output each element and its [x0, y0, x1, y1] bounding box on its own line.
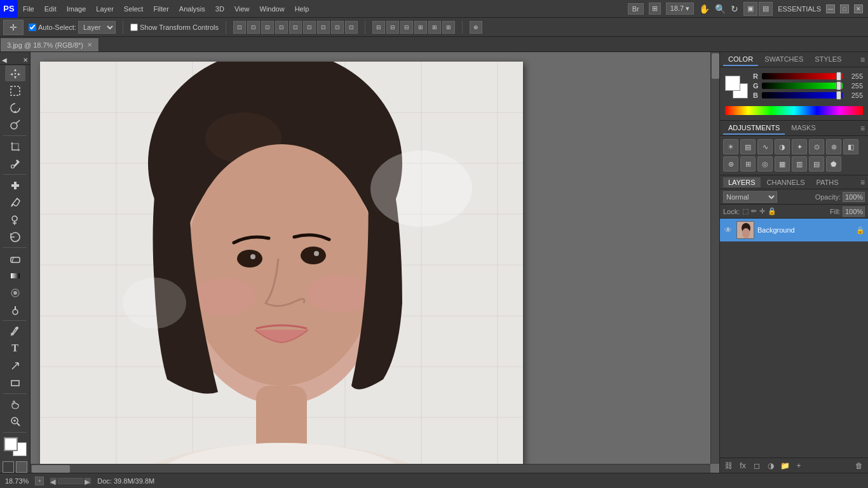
file-tab-1[interactable]: 3.jpg @ 18.7% (RGB/8*) ✕: [0, 37, 99, 51]
crop-tool-btn[interactable]: [5, 139, 25, 154]
dist-mid-icon[interactable]: ⊟: [386, 21, 399, 34]
menu-window[interactable]: Window: [255, 0, 290, 18]
spectrum-bar[interactable]: [725, 106, 863, 115]
dodge-tool-btn[interactable]: [5, 302, 25, 318]
gradient-map-icon[interactable]: ▤: [809, 156, 824, 172]
new-layer-btn[interactable]: +: [793, 460, 804, 471]
adjustments-tab[interactable]: ADJUSTMENTS: [723, 122, 785, 135]
menu-view[interactable]: View: [229, 0, 255, 18]
menu-layer[interactable]: Layer: [91, 0, 119, 18]
blend-mode-select[interactable]: Normal Dissolve Multiply Screen Overlay: [723, 191, 777, 203]
foreground-color-swatch[interactable]: [4, 437, 18, 451]
auto-select-checkbox[interactable]: [29, 24, 36, 31]
layer-item-background[interactable]: 👁 Background 🔒: [720, 219, 868, 241]
close-btn[interactable]: ✕: [854, 4, 863, 13]
zoom-tool-icon[interactable]: 🔍: [715, 4, 726, 14]
canvas-hscrollbar[interactable]: [31, 464, 710, 473]
paths-tab[interactable]: PATHS: [811, 177, 844, 187]
channel-mixer-icon[interactable]: ⊞: [740, 156, 756, 172]
bridge-icon[interactable]: Br: [628, 3, 644, 15]
maximize-btn[interactable]: □: [840, 4, 849, 13]
threshold-icon[interactable]: ▥: [792, 156, 807, 172]
hsl-icon[interactable]: ⊙: [809, 139, 824, 154]
eyedropper-tool-btn[interactable]: [5, 156, 25, 172]
eraser-tool-btn[interactable]: [5, 250, 25, 266]
zoom-tool-btn[interactable]: [5, 414, 25, 430]
fg-bg-swatches[interactable]: [725, 76, 748, 98]
brush-tool-btn[interactable]: [5, 194, 25, 210]
adj-panel-collapse[interactable]: ≡: [860, 124, 865, 133]
clone-tool-btn[interactable]: [5, 212, 25, 227]
layer-visibility-toggle[interactable]: 👁: [723, 225, 733, 235]
blur-tool-btn[interactable]: [5, 285, 25, 301]
lock-all-icon[interactable]: 🔒: [768, 207, 776, 215]
photo-filter-icon[interactable]: ⊛: [723, 156, 738, 172]
color-panel-collapse[interactable]: ≡: [860, 55, 865, 64]
menu-edit[interactable]: Edit: [39, 0, 62, 18]
opacity-value[interactable]: 100%: [843, 192, 865, 202]
lock-transparent-icon[interactable]: ⬚: [742, 207, 749, 215]
dist-bot-icon[interactable]: ⊟: [400, 21, 413, 34]
hscroll-thumb[interactable]: [32, 465, 70, 473]
align-bot-right-icon[interactable]: ⊡: [345, 21, 358, 34]
exposure-icon[interactable]: ◑: [775, 139, 790, 154]
tools-collapse-icon[interactable]: ◀: [2, 57, 7, 64]
path-select-tool-btn[interactable]: [5, 358, 25, 374]
color-balance-icon[interactable]: ⊕: [826, 139, 841, 154]
history-tool-btn[interactable]: [5, 229, 25, 245]
lasso-tool-btn[interactable]: [5, 100, 25, 116]
layers-tab[interactable]: LAYERS: [723, 177, 761, 187]
mini-bridge-icon[interactable]: ⊞: [649, 3, 661, 15]
shape-tool-btn[interactable]: [5, 375, 25, 391]
rotate-icon[interactable]: ↻: [731, 4, 738, 14]
quick-select-tool-btn[interactable]: [5, 117, 25, 133]
move-tool-options[interactable]: ✛: [3, 20, 24, 35]
g-bar-container[interactable]: [762, 83, 843, 89]
add-mask-btn[interactable]: ◻: [751, 460, 763, 471]
channels-tab[interactable]: CHANNELS: [762, 177, 810, 187]
lock-move-icon[interactable]: ✛: [759, 207, 765, 215]
bw-icon[interactable]: ◧: [843, 139, 858, 154]
gradient-tool-btn[interactable]: [5, 268, 25, 283]
dist-center-icon[interactable]: ⊞: [428, 21, 441, 34]
fill-value[interactable]: 100%: [843, 207, 865, 217]
menu-3d[interactable]: 3D: [210, 0, 229, 18]
marquee-tool-btn[interactable]: [5, 83, 25, 98]
r-bar-container[interactable]: [762, 73, 843, 79]
dist-right-icon[interactable]: ⊞: [442, 21, 455, 34]
lock-paint-icon[interactable]: ✏: [751, 207, 757, 215]
layers-collapse[interactable]: ≡: [860, 178, 865, 187]
text-tool-btn[interactable]: T: [5, 341, 25, 356]
menu-filter[interactable]: Filter: [148, 0, 173, 18]
curves-icon[interactable]: ∿: [757, 139, 773, 154]
add-style-btn[interactable]: fx: [737, 460, 749, 471]
auto-arrange-icon[interactable]: ⊕: [470, 21, 482, 34]
auto-select-type[interactable]: Layer Group: [78, 21, 116, 34]
align-top-right-icon[interactable]: ⊡: [261, 21, 274, 34]
quick-mask-btn[interactable]: [16, 461, 27, 473]
dist-top-icon[interactable]: ⊟: [372, 21, 385, 34]
color-tab[interactable]: COLOR: [723, 53, 758, 66]
align-bot-left-icon[interactable]: ⊡: [317, 21, 330, 34]
delete-layer-btn[interactable]: 🗑: [853, 460, 865, 471]
fg-color-swatch[interactable]: [725, 76, 740, 91]
align-bot-center-icon[interactable]: ⊡: [331, 21, 344, 34]
color-swatches[interactable]: [4, 437, 27, 456]
vscroll-thumb[interactable]: [712, 53, 719, 79]
align-top-center-icon[interactable]: ⊡: [247, 21, 260, 34]
view-mode-2[interactable]: ▤: [759, 2, 773, 16]
view-mode-1[interactable]: ▣: [743, 2, 757, 16]
show-transform-checkbox[interactable]: [130, 24, 138, 31]
align-mid-center-icon[interactable]: ⊡: [289, 21, 302, 34]
menu-analysis[interactable]: Analysis: [174, 0, 210, 18]
g-thumb[interactable]: [836, 81, 841, 90]
align-top-left-icon[interactable]: ⊡: [233, 21, 246, 34]
selective-color-icon[interactable]: ⬟: [826, 156, 841, 172]
minimize-btn[interactable]: —: [826, 4, 835, 13]
link-layers-btn[interactable]: ⛓: [723, 460, 735, 471]
move-tool-btn[interactable]: [5, 65, 25, 81]
swatches-tab[interactable]: SWATCHES: [759, 53, 808, 66]
healing-tool-btn[interactable]: [5, 177, 25, 193]
scroll-left-btn[interactable]: ◀: [50, 478, 57, 484]
levels-icon[interactable]: ▤: [740, 139, 756, 154]
